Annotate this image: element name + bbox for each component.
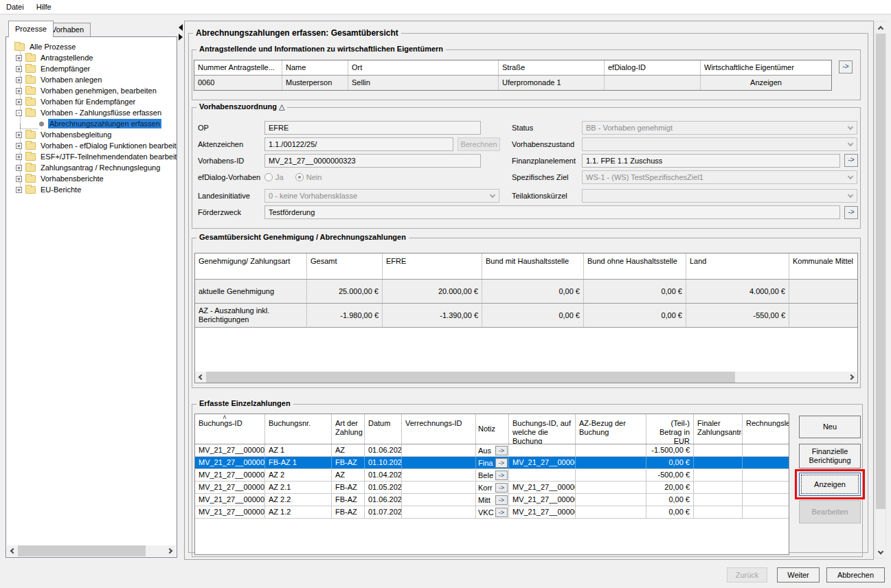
notiz-arrow-button[interactable]: ->	[495, 508, 508, 517]
tree-item-antragstellende[interactable]: + Antragstellende	[6, 52, 177, 63]
expand-plus-icon[interactable]: +	[16, 154, 22, 160]
column-header[interactable]: Finaler Zahlungsantrag	[694, 414, 743, 444]
expand-plus-icon[interactable]: +	[16, 176, 22, 182]
radio-ja[interactable]	[264, 173, 273, 181]
tree-item-abrechnungszahlungen[interactable]: Abrechnungszahlungen erfassen	[6, 118, 177, 129]
splitter[interactable]	[178, 21, 183, 558]
overview-row-auszahlung[interactable]: AZ - Auszahlung inkl. Berichtigungen -1.…	[195, 304, 858, 328]
landesinitiative-combo[interactable]: 0 - keine Vorhabensklasse	[264, 189, 499, 203]
vorhabenszustand-combo[interactable]	[582, 137, 857, 151]
payment-row[interactable]: MV_21_27__000000 AZ 1.2 FB-AZ 01.07.2024…	[195, 506, 789, 519]
scroll-left-icon[interactable]	[195, 372, 206, 383]
column-header[interactable]: Gesamt	[307, 253, 383, 279]
op-field[interactable]: EFRE	[264, 121, 481, 135]
column-header[interactable]: Buchungs-ID, auf welche die Buchung	[509, 414, 576, 444]
tree-item-eu-berichte[interactable]: + EU-Berichte	[6, 184, 177, 195]
column-header[interactable]: Land	[686, 253, 789, 279]
tree-item-vorhabensberichte[interactable]: + Vorhabensberichte	[6, 173, 177, 184]
tree-hscrollbar[interactable]	[7, 545, 176, 556]
finanzielle-berichtigung-button[interactable]: Finanzielle Berichtigung	[799, 444, 861, 468]
tree-item-endempfaenger[interactable]: + Endempfänger	[6, 63, 177, 74]
tree-item-vorhaben-anlegen[interactable]: + Vorhaben anlegen	[6, 74, 177, 85]
notiz-arrow-button[interactable]: ->	[495, 446, 508, 455]
splitter-collapse-icon[interactable]	[179, 24, 183, 31]
column-header[interactable]: Rechnungslegung	[743, 414, 789, 444]
splitter-expand-icon[interactable]	[179, 34, 183, 41]
column-header[interactable]: Straße	[499, 60, 605, 75]
teilaktionskuerzel-combo[interactable]	[582, 189, 857, 203]
column-header[interactable]: Nummer Antragstelle...	[194, 60, 282, 75]
column-header[interactable]: Buchungsnr.	[265, 414, 332, 444]
expand-plus-icon[interactable]: +	[16, 88, 22, 94]
expand-plus-icon[interactable]: +	[16, 66, 22, 72]
column-header[interactable]: Wirtschaftliche Eigentümer	[701, 60, 831, 75]
expand-plus-icon[interactable]: +	[16, 55, 22, 61]
column-header[interactable]: EFRE	[383, 253, 482, 279]
scroll-right-icon[interactable]	[846, 372, 857, 383]
scroll-down-icon[interactable]	[875, 547, 886, 558]
applicants-arrow-button[interactable]: ->	[839, 60, 853, 74]
bearbeiten-button[interactable]: Bearbeiten	[799, 500, 861, 523]
menu-item-hilfe[interactable]: Hilfe	[30, 1, 58, 13]
vorhabens-id-field[interactable]: MV_21_27__0000000323	[264, 154, 481, 168]
expand-plus-icon[interactable]: +	[16, 143, 22, 149]
spezifisches-ziel-combo[interactable]: WS-1 - (WS) TestSpezifischesZiel1	[582, 170, 857, 184]
foerderzweck-field[interactable]: Testförderung	[264, 205, 840, 219]
column-header[interactable]: (Teil-) Betrag in EUR	[646, 414, 694, 444]
payment-row[interactable]: MV_21_27__000000 AZ 2 AZ 01.04.2024 Bele…	[195, 469, 789, 482]
neu-button[interactable]: Neu	[799, 416, 861, 438]
anzeigen-button[interactable]: Anzeigen	[799, 473, 861, 496]
overview-hscrollbar[interactable]	[195, 372, 857, 383]
scroll-left-icon[interactable]	[7, 545, 18, 556]
payment-row[interactable]: MV_21_27__000000 AZ 2.2 FB-AZ 01.06.2024…	[195, 494, 789, 506]
tree-item-vorhaben-endempfaenger[interactable]: + Vorhaben für Endempfänger	[6, 96, 177, 107]
payment-row-selected[interactable]: MV_21_27__000000 FB-AZ 1 FB-AZ 01.10.202…	[195, 457, 789, 469]
column-header[interactable]: Art der Zahlung	[332, 414, 365, 444]
aktenzeichen-field[interactable]: 1.1./00122/25/	[264, 137, 453, 151]
finanzplanelement-field[interactable]: 1.1. FPE 1.1 Zuschuss	[582, 154, 840, 168]
scroll-right-icon[interactable]	[165, 545, 176, 556]
expand-plus-icon[interactable]: +	[16, 77, 22, 83]
column-header[interactable]: Bund ohne Haushaltsstelle	[584, 253, 686, 279]
anzeigen-cell-button[interactable]: Anzeigen	[701, 76, 831, 90]
radio-nein[interactable]	[295, 173, 304, 181]
status-combo[interactable]: BB - Vorhaben genehmigt	[582, 121, 857, 135]
column-header[interactable]: Kommunale Mittel	[789, 253, 858, 279]
tree-item-zahlungsfluesse[interactable]: - Vorhaben - Zahlungsflüsse erfassen	[6, 107, 177, 118]
notiz-arrow-button[interactable]: ->	[495, 483, 508, 493]
column-header[interactable]: Datum	[365, 414, 402, 444]
scrollbar-thumb[interactable]	[876, 34, 886, 509]
berechnen-button[interactable]: Berechnen	[458, 137, 500, 151]
finanzplanelement-arrow-button[interactable]: ->	[844, 154, 858, 167]
tree-item-vorhaben-genehmigen[interactable]: + Vorhaben genehmigen, bearbeiten	[6, 85, 177, 96]
weiter-button[interactable]: Weiter	[777, 567, 820, 583]
expand-plus-icon[interactable]: +	[16, 187, 22, 193]
tree-item-alle-prozesse[interactable]: Alle Prozesse	[6, 41, 177, 52]
expand-plus-icon[interactable]: +	[16, 132, 22, 138]
overview-row-genehmigung[interactable]: aktuelle Genehmigung 25.000,00 € 20.000,…	[195, 280, 858, 304]
scrollbar-thumb[interactable]	[206, 372, 735, 383]
payment-row[interactable]: MV_21_27__000000 AZ 2.1 FB-AZ 01.05.2024…	[195, 482, 789, 494]
foerderzweck-arrow-button[interactable]: ->	[844, 206, 858, 219]
expand-plus-icon[interactable]: +	[16, 165, 22, 171]
column-header[interactable]: Ort	[348, 60, 499, 75]
payment-row[interactable]: MV_21_27__000000 AZ 1 AZ 01.06.2024 Aus-…	[195, 444, 789, 457]
notiz-arrow-button[interactable]: ->	[495, 458, 508, 468]
notiz-arrow-button[interactable]: ->	[495, 471, 508, 480]
column-header-buchungs-id[interactable]: ˄ Buchungs-ID	[195, 414, 265, 444]
expand-minus-icon[interactable]: -	[16, 110, 22, 116]
column-header[interactable]: AZ-Bezug der Buchung	[576, 414, 646, 444]
column-header[interactable]: Notiz	[476, 414, 509, 444]
expand-plus-icon[interactable]: +	[16, 99, 22, 105]
abbrechen-button[interactable]: Abbrechen	[826, 567, 885, 583]
zurueck-button[interactable]: Zurück	[727, 567, 767, 583]
scroll-up-icon[interactable]	[875, 22, 886, 33]
column-header[interactable]: Genehmigung/ Zahlungsart	[195, 253, 307, 279]
tree-item-esf-jtf-daten[interactable]: + ESF+/JTF-Teilnehmendendaten bearbeiten	[6, 151, 177, 162]
column-header[interactable]: Bund mit Haushaltsstelle	[482, 253, 584, 279]
column-header[interactable]: efDialog-ID	[605, 60, 701, 75]
scrollbar-thumb[interactable]	[18, 545, 146, 556]
main-vscrollbar[interactable]	[875, 21, 886, 558]
column-header[interactable]: Verrechnungs-ID	[402, 414, 476, 444]
tree-item-efdialog-funktionen[interactable]: + Vorhaben - efDialog Funktionen bearbei…	[6, 140, 177, 151]
